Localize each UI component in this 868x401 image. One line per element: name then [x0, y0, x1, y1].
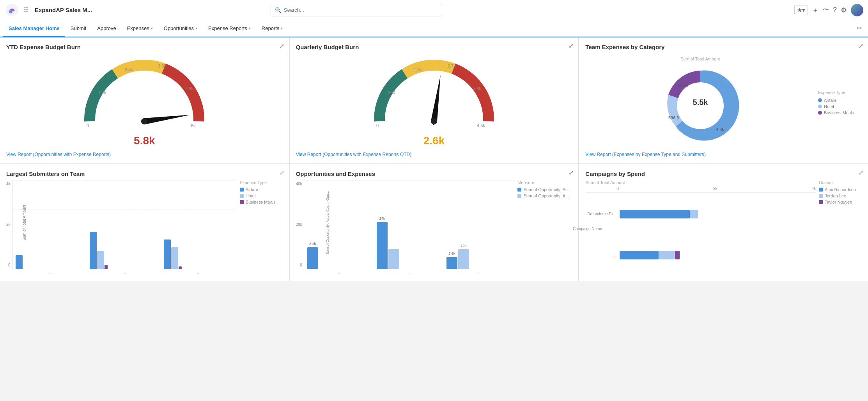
donut-section: Sum of Total Amount 5.5k 4.3k: [585, 53, 862, 149]
dashboard: YTD Expense Budget Burn ⤢ 0 1.2k 2.4k 3.…: [0, 37, 868, 281]
gauge-quarterly-value: 2.6k: [423, 135, 445, 147]
widget-opportunities-header: Opportunities and Expenses ⤢: [296, 170, 572, 180]
legend-airfare-dot: [818, 98, 822, 102]
bar-3-airfare: [164, 240, 171, 269]
y-axis: 4k 2k 0: [6, 180, 11, 275]
widget-submitters-header: Largest Submitters on Team ⤢: [6, 170, 283, 180]
legend-airfare: Airfare: [818, 98, 862, 103]
bar-group-3: [164, 240, 233, 269]
opp-bar-group-3: 2.6k 10k: [446, 249, 512, 269]
gauge-quarterly: 0 900 1.8k 2.7k 3.6k 4.5k 2.6k: [296, 53, 572, 149]
legend-opp-1: Sum of Opportunity: Ac...: [517, 187, 572, 192]
svg-text:4.8k: 4.8k: [185, 86, 193, 91]
opp-y-axis-label: Sum of Opportunity: Actual Cost InOpp...: [326, 191, 329, 255]
app-name: ExpandAP Sales M...: [35, 7, 92, 13]
svg-text:2.7k: 2.7k: [448, 64, 456, 68]
svg-point-8: [141, 118, 147, 124]
tab-opportunities[interactable]: Opportunities ▾: [158, 20, 203, 37]
x-labels: ... ... ...: [12, 269, 237, 275]
tab-sales-manager-home[interactable]: Sales Manager Home: [3, 20, 65, 37]
svg-marker-7: [140, 112, 191, 125]
help-icon[interactable]: ?: [833, 6, 837, 14]
donut-subtitle: Sum of Total Amount: [680, 57, 720, 61]
widget-submitters-title: Largest Submitters on Team: [6, 170, 85, 177]
tab-expense-reports[interactable]: Expense Reports ▾: [203, 20, 256, 37]
widget-opportunities-expand[interactable]: ⤢: [569, 169, 574, 176]
widget-team-expenses-header: Team Expenses by Category ⤢: [585, 44, 862, 53]
grid-icon[interactable]: ⠿: [23, 6, 28, 14]
legend-meals-dot: [818, 111, 822, 115]
campaign-bar-1-jordan: [690, 210, 698, 218]
widget-quarterly-title: Quarterly Budget Burn: [296, 44, 359, 50]
wave-icon[interactable]: 〜: [823, 6, 829, 14]
svg-text:2.4k: 2.4k: [125, 67, 133, 72]
edit-dashboard-icon[interactable]: ✏: [854, 25, 865, 32]
svg-text:596.6: 596.6: [668, 115, 679, 120]
donut-legend: Expense Type Airfare Hotel Business Meal…: [815, 90, 862, 115]
tab-approve[interactable]: Approve: [92, 20, 121, 37]
opportunities-caret: ▾: [195, 26, 197, 30]
campaign-bar-1: [620, 210, 816, 218]
ytd-view-report-link[interactable]: View Report (Opportunities with Expense …: [6, 149, 283, 157]
opp-legend: Measure Sum of Opportunity: Ac... Sum of…: [517, 180, 572, 275]
campaigns-chart-area: Sum of Total Amount 0 2k 4k Dreamforce E…: [585, 180, 862, 275]
search-input[interactable]: [284, 7, 438, 13]
bar-2-hotel: [97, 251, 104, 269]
widget-team-expenses: Team Expenses by Category ⤢ Sum of Total…: [579, 37, 868, 163]
gauge-ytd: 0 1.2k 2.4k 3.6k 4.8k 6k 5.8k: [6, 53, 283, 149]
bar-3-hotel: [171, 247, 178, 269]
widget-ytd-header: YTD Expense Budget Burn ⤢: [6, 44, 283, 53]
expense-reports-caret: ▾: [249, 26, 251, 30]
svg-text:0: 0: [87, 123, 89, 128]
legend-campaigns-alex: Alex Richardson: [819, 187, 862, 192]
campaigns-y-label: Campaign Name: [573, 227, 602, 231]
svg-text:3.6k: 3.6k: [158, 64, 166, 68]
bar-group-1: [16, 255, 85, 269]
opp-y-axis: 40k 20k 0: [296, 180, 302, 275]
gauge-quarterly-svg: 0 900 1.8k 2.7k 3.6k 4.5k: [368, 55, 500, 133]
campaigns-legend: Contact Alex Richardson Jordan Lee Taylo…: [819, 180, 862, 275]
opp-bar-group-1: 3.2k: [307, 247, 372, 269]
favorites-icon[interactable]: ★▾: [794, 5, 808, 15]
bar-3-meals: [179, 266, 182, 269]
donut-svg: 5.5k 4.3k 596.6 562.9: [657, 63, 743, 149]
search-bar: 🔍: [271, 4, 442, 16]
campaign-label-1: Dreamforce Ex...: [585, 212, 616, 216]
quarterly-view-report-link[interactable]: View Report (Opportunities with Expense …: [296, 149, 572, 157]
legend-opp-2: Sum of Opportunity: A...: [517, 193, 572, 198]
svg-text:1.8k: 1.8k: [414, 67, 422, 72]
widget-campaigns-header: Campaigns by Spend ⤢: [585, 170, 862, 180]
add-icon[interactable]: ＋: [812, 5, 819, 15]
svg-text:6k: 6k: [191, 123, 196, 128]
opp-bar-2b: [388, 249, 399, 269]
legend-submitters-meals: Business Meals: [240, 200, 283, 204]
app-logo[interactable]: [5, 3, 19, 17]
legend-submitters-hotel: Hotel: [240, 193, 283, 198]
tab-reports[interactable]: Reports ▾: [256, 20, 289, 37]
settings-icon[interactable]: ⚙: [841, 6, 847, 14]
tab-submit[interactable]: Submit: [65, 20, 92, 37]
widget-submitters-expand[interactable]: ⤢: [279, 169, 284, 176]
widget-quarterly: Quarterly Budget Burn ⤢ 0 900 1.8k 2.7k …: [290, 37, 579, 163]
widget-quarterly-expand[interactable]: ⤢: [569, 42, 574, 50]
widget-ytd-expand[interactable]: ⤢: [279, 42, 284, 50]
bars-area: [12, 180, 237, 269]
submitters-y-axis-label: Sum of Total Amount: [22, 205, 27, 241]
user-avatar[interactable]: [851, 4, 863, 16]
team-expenses-view-report-link[interactable]: View Report (Expenses by Expense Type an…: [585, 149, 862, 157]
widget-opportunities-title: Opportunities and Expenses: [296, 170, 375, 177]
submitters-legend: Expense Type Airfare Hotel Business Meal…: [240, 180, 283, 275]
opp-bar-group-2: 24k: [377, 222, 442, 269]
legend-campaigns-jordan: Jordan Lee: [819, 193, 862, 198]
svg-text:3.6k: 3.6k: [473, 86, 481, 91]
widget-team-expenses-expand[interactable]: ⤢: [858, 42, 863, 50]
legend-campaigns-taylor: Taylor Nguyen: [819, 200, 862, 204]
opp-x-labels: ... ... ...: [304, 269, 515, 275]
widget-campaigns: Campaigns by Spend ⤢ Sum of Total Amount…: [579, 164, 868, 281]
svg-text:900: 900: [388, 90, 395, 95]
top-bar: ⠿ ExpandAP Sales M... 🔍 ★▾ ＋ 〜 ? ⚙: [0, 0, 868, 20]
legend-hotel-dot: [818, 105, 822, 108]
tab-expenses[interactable]: Expenses ▾: [122, 20, 158, 37]
gauge-ytd-value: 5.8k: [134, 135, 155, 147]
widget-campaigns-expand[interactable]: ⤢: [858, 169, 863, 176]
